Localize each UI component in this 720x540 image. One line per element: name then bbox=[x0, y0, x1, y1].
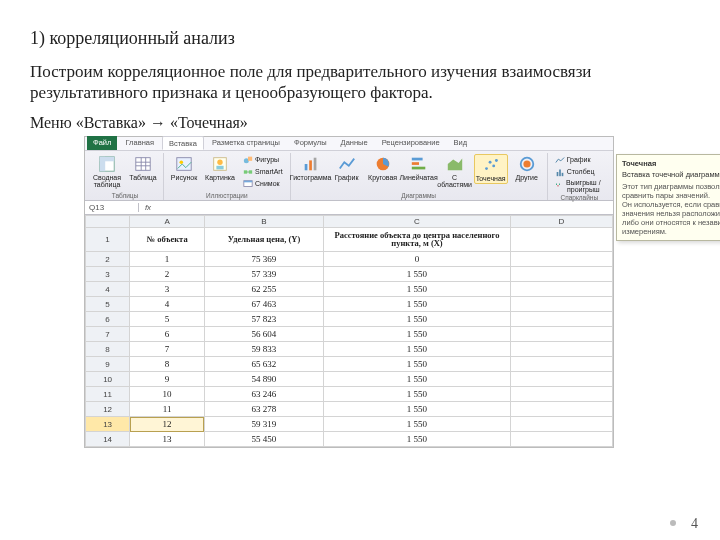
line-chart-button[interactable]: График bbox=[330, 154, 364, 182]
cell[interactable]: 1 550 bbox=[323, 267, 510, 282]
cell[interactable] bbox=[510, 267, 612, 282]
name-box[interactable]: Q13 bbox=[85, 203, 139, 212]
cell[interactable] bbox=[510, 252, 612, 267]
screenshot-button[interactable]: Снимок bbox=[241, 179, 285, 190]
cell[interactable]: 2 bbox=[130, 267, 205, 282]
row-header[interactable]: 11 bbox=[86, 387, 130, 402]
cell[interactable]: 7 bbox=[130, 342, 205, 357]
cell[interactable] bbox=[510, 372, 612, 387]
col-header-d[interactable]: D bbox=[510, 215, 612, 227]
scatter-chart-button[interactable]: Точечная bbox=[474, 154, 508, 184]
row-header[interactable]: 6 bbox=[86, 312, 130, 327]
cell[interactable]: 5 bbox=[130, 312, 205, 327]
col-header-a[interactable]: A bbox=[130, 215, 205, 227]
cell-a1[interactable]: № объекта bbox=[130, 227, 205, 252]
tab-data[interactable]: Данные bbox=[335, 136, 374, 150]
cell[interactable]: 1 550 bbox=[323, 357, 510, 372]
cell[interactable] bbox=[510, 402, 612, 417]
row-header[interactable]: 8 bbox=[86, 342, 130, 357]
row-header[interactable]: 9 bbox=[86, 357, 130, 372]
cell[interactable]: 54 890 bbox=[204, 372, 323, 387]
sparkline-winloss[interactable]: Выигрыш / проигрыш bbox=[553, 179, 606, 194]
cell-d1[interactable] bbox=[510, 227, 612, 252]
cell[interactable]: 55 450 bbox=[204, 432, 323, 447]
cell[interactable]: 0 bbox=[323, 252, 510, 267]
cell[interactable]: 63 246 bbox=[204, 387, 323, 402]
tab-home[interactable]: Главная bbox=[119, 136, 160, 150]
cell[interactable] bbox=[510, 312, 612, 327]
cell[interactable] bbox=[510, 432, 612, 447]
clipart-button[interactable]: Картинка bbox=[203, 154, 237, 182]
cell[interactable]: 1 550 bbox=[323, 312, 510, 327]
row-header[interactable]: 12 bbox=[86, 402, 130, 417]
other-charts-button[interactable]: Другие bbox=[510, 154, 544, 182]
row-header[interactable]: 2 bbox=[86, 252, 130, 267]
cell[interactable]: 75 369 bbox=[204, 252, 323, 267]
cell[interactable]: 1 550 bbox=[323, 372, 510, 387]
cell[interactable] bbox=[510, 387, 612, 402]
row-header[interactable]: 13 bbox=[86, 417, 130, 432]
area-chart-button[interactable]: С областями bbox=[438, 154, 472, 190]
cell[interactable]: 13 bbox=[130, 432, 205, 447]
cell[interactable]: 62 255 bbox=[204, 282, 323, 297]
tab-pagelayout[interactable]: Разметка страницы bbox=[206, 136, 286, 150]
cell[interactable]: 9 bbox=[130, 372, 205, 387]
tab-view[interactable]: Вид bbox=[448, 136, 474, 150]
row-header[interactable]: 10 bbox=[86, 372, 130, 387]
cell[interactable]: 1 550 bbox=[323, 327, 510, 342]
cell[interactable] bbox=[510, 342, 612, 357]
row-header[interactable]: 3 bbox=[86, 267, 130, 282]
cell[interactable]: 11 bbox=[130, 402, 205, 417]
cell[interactable]: 1 550 bbox=[323, 342, 510, 357]
row-header[interactable]: 1 bbox=[86, 227, 130, 252]
cell[interactable]: 12 bbox=[130, 417, 205, 432]
cell[interactable]: 57 823 bbox=[204, 312, 323, 327]
table-button[interactable]: Таблица bbox=[126, 154, 160, 182]
cell[interactable]: 59 833 bbox=[204, 342, 323, 357]
cell[interactable]: 1 bbox=[130, 252, 205, 267]
row-header[interactable]: 14 bbox=[86, 432, 130, 447]
row-header[interactable]: 5 bbox=[86, 297, 130, 312]
picture-button[interactable]: Рисунок bbox=[167, 154, 201, 182]
smartart-button[interactable]: SmartArt bbox=[241, 167, 285, 178]
cell[interactable]: 1 550 bbox=[323, 402, 510, 417]
select-all-cell[interactable] bbox=[86, 215, 130, 227]
cell[interactable]: 1 550 bbox=[323, 417, 510, 432]
cell[interactable]: 56 604 bbox=[204, 327, 323, 342]
cell[interactable]: 57 339 bbox=[204, 267, 323, 282]
tab-file[interactable]: Файл bbox=[87, 136, 117, 150]
tab-insert[interactable]: Вставка bbox=[162, 136, 204, 150]
tab-formulas[interactable]: Формулы bbox=[288, 136, 333, 150]
cell-b1[interactable]: Удельная цена, (Y) bbox=[204, 227, 323, 252]
pie-chart-button[interactable]: Круговая bbox=[366, 154, 400, 182]
cell[interactable]: 1 550 bbox=[323, 282, 510, 297]
spreadsheet-grid[interactable]: A B C D 1 № объекта Удельная цена, (Y) Р… bbox=[85, 215, 613, 448]
cell[interactable]: 1 550 bbox=[323, 432, 510, 447]
cell[interactable]: 63 278 bbox=[204, 402, 323, 417]
sparkline-line[interactable]: График bbox=[553, 155, 606, 166]
tab-review[interactable]: Рецензирование bbox=[376, 136, 446, 150]
row-header[interactable]: 7 bbox=[86, 327, 130, 342]
cell[interactable]: 3 bbox=[130, 282, 205, 297]
cell-c1[interactable]: Расстояние объекта до центра населенного… bbox=[323, 227, 510, 252]
cell[interactable]: 4 bbox=[130, 297, 205, 312]
cell[interactable]: 8 bbox=[130, 357, 205, 372]
cell[interactable] bbox=[510, 297, 612, 312]
cell[interactable]: 10 bbox=[130, 387, 205, 402]
col-header-c[interactable]: C bbox=[323, 215, 510, 227]
row-header[interactable]: 4 bbox=[86, 282, 130, 297]
cell[interactable] bbox=[510, 357, 612, 372]
sparkline-column[interactable]: Столбец bbox=[553, 167, 606, 178]
bar-chart-button[interactable]: Линейчатая bbox=[402, 154, 436, 182]
cell[interactable] bbox=[510, 327, 612, 342]
cell[interactable]: 1 550 bbox=[323, 297, 510, 312]
cell[interactable] bbox=[510, 417, 612, 432]
cell[interactable]: 59 319 bbox=[204, 417, 323, 432]
cell[interactable]: 65 632 bbox=[204, 357, 323, 372]
col-header-b[interactable]: B bbox=[204, 215, 323, 227]
cell[interactable]: 6 bbox=[130, 327, 205, 342]
pivot-table-button[interactable]: Сводная таблица bbox=[90, 154, 124, 190]
fx-icon[interactable]: fx bbox=[139, 203, 157, 212]
cell[interactable]: 1 550 bbox=[323, 387, 510, 402]
cell[interactable] bbox=[510, 282, 612, 297]
